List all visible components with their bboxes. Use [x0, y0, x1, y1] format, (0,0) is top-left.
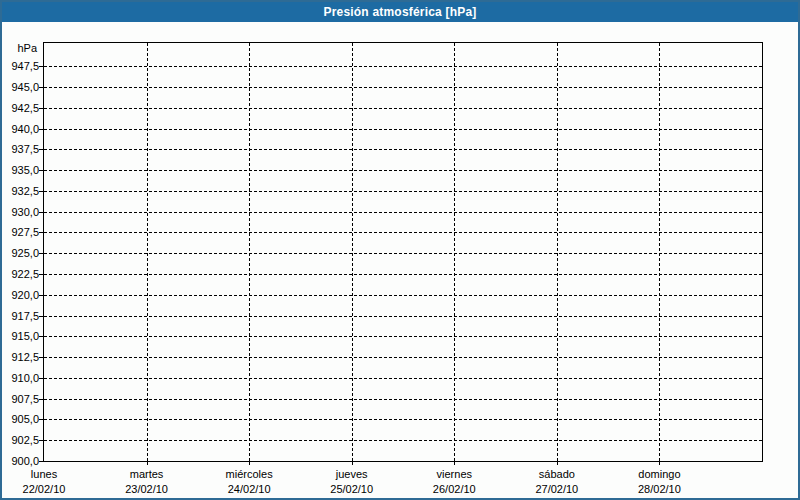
- y-axis-tick-label: 902,5: [2, 434, 39, 446]
- y-tick-mark: [39, 253, 43, 254]
- h-gridline: [44, 129, 762, 130]
- y-axis-tick-label: 947,5: [2, 60, 39, 72]
- h-gridline: [44, 316, 762, 317]
- y-axis-tick-label: 925,0: [2, 247, 39, 259]
- x-tick-mark: [147, 462, 148, 465]
- y-tick-mark: [39, 440, 43, 441]
- y-tick-mark: [39, 149, 43, 150]
- y-axis-tick-label: 930,0: [2, 206, 39, 218]
- h-gridline: [44, 419, 762, 420]
- x-axis-date: 22/02/10: [0, 482, 99, 497]
- chart-window: Presión atmosférica [hPa] hPa 947,5945,0…: [0, 0, 800, 500]
- x-axis-day-name: miércoles: [194, 467, 304, 482]
- x-axis-date: 28/02/10: [604, 482, 714, 497]
- h-gridline: [44, 336, 762, 337]
- x-axis-tick-label: domingo28/02/10: [604, 467, 714, 497]
- v-gridline: [249, 43, 250, 461]
- h-gridline: [44, 191, 762, 192]
- h-gridline: [44, 378, 762, 379]
- x-axis-tick-label: viernes26/02/10: [399, 467, 509, 497]
- y-axis-tick-label: 915,0: [2, 330, 39, 342]
- h-gridline: [44, 149, 762, 150]
- y-tick-mark: [39, 129, 43, 130]
- x-axis-date: 23/02/10: [92, 482, 202, 497]
- y-tick-mark: [39, 212, 43, 213]
- y-tick-mark: [39, 357, 43, 358]
- v-gridline: [147, 43, 148, 461]
- x-axis-day-name: viernes: [399, 467, 509, 482]
- y-axis-tick-label: 927,5: [2, 226, 39, 238]
- x-tick-mark: [249, 462, 250, 465]
- x-axis-day-name: jueves: [297, 467, 407, 482]
- y-tick-mark: [39, 66, 43, 67]
- y-tick-mark: [39, 170, 43, 171]
- h-gridline: [44, 295, 762, 296]
- x-axis-tick-label: jueves25/02/10: [297, 467, 407, 497]
- x-tick-mark: [454, 462, 455, 465]
- h-gridline: [44, 274, 762, 275]
- h-gridline: [44, 440, 762, 441]
- y-axis-tick-label: 905,0: [2, 413, 39, 425]
- x-axis-tick-label: lunes22/02/10: [0, 467, 99, 497]
- y-tick-mark: [39, 87, 43, 88]
- y-tick-mark: [39, 419, 43, 420]
- x-tick-mark: [557, 462, 558, 465]
- y-tick-mark: [39, 108, 43, 109]
- h-gridline: [44, 357, 762, 358]
- plot-area: [43, 42, 763, 462]
- x-axis-tick-label: martes23/02/10: [92, 467, 202, 497]
- v-gridline: [557, 43, 558, 461]
- y-tick-mark: [39, 378, 43, 379]
- y-axis-tick-label: 940,0: [2, 123, 39, 135]
- h-gridline: [44, 232, 762, 233]
- x-tick-mark: [659, 462, 660, 465]
- y-tick-mark: [39, 399, 43, 400]
- h-gridline: [44, 399, 762, 400]
- x-axis-day-name: sábado: [502, 467, 612, 482]
- x-axis-date: 27/02/10: [502, 482, 612, 497]
- y-tick-mark: [39, 274, 43, 275]
- y-axis-tick-label: 945,0: [2, 81, 39, 93]
- y-axis-tick-label: 937,5: [2, 143, 39, 155]
- x-axis-day-name: lunes: [0, 467, 99, 482]
- h-gridline: [44, 170, 762, 171]
- v-gridline: [454, 43, 455, 461]
- y-axis-tick-label: 935,0: [2, 164, 39, 176]
- y-axis-tick-label: 920,0: [2, 289, 39, 301]
- y-axis-tick-label: 900,0: [2, 455, 39, 467]
- v-gridline: [352, 43, 353, 461]
- y-tick-mark: [39, 316, 43, 317]
- y-tick-mark: [39, 336, 43, 337]
- y-axis-tick-label: 917,5: [2, 310, 39, 322]
- h-gridline: [44, 108, 762, 109]
- x-axis-date: 26/02/10: [399, 482, 509, 497]
- x-axis-date: 25/02/10: [297, 482, 407, 497]
- chart-title: Presión atmosférica [hPa]: [323, 5, 476, 19]
- y-axis-tick-label: 910,0: [2, 372, 39, 384]
- y-tick-mark: [39, 461, 43, 462]
- h-gridline: [44, 66, 762, 67]
- y-axis-tick-label: 907,5: [2, 393, 39, 405]
- y-tick-mark: [39, 295, 43, 296]
- x-axis-date: 24/02/10: [194, 482, 304, 497]
- title-bar: Presión atmosférica [hPa]: [2, 2, 798, 22]
- h-gridline: [44, 253, 762, 254]
- x-tick-mark: [352, 462, 353, 465]
- y-tick-mark: [39, 191, 43, 192]
- h-gridline: [44, 212, 762, 213]
- h-gridline: [44, 87, 762, 88]
- y-tick-mark: [39, 232, 43, 233]
- x-axis-day-name: domingo: [604, 467, 714, 482]
- y-axis-tick-label: 912,5: [2, 351, 39, 363]
- x-axis-day-name: martes: [92, 467, 202, 482]
- x-axis-tick-label: miércoles24/02/10: [194, 467, 304, 497]
- v-gridline: [659, 43, 660, 461]
- y-axis-unit-label: hPa: [2, 42, 37, 54]
- y-axis-tick-label: 932,5: [2, 185, 39, 197]
- y-axis-tick-label: 942,5: [2, 102, 39, 114]
- y-axis-tick-label: 922,5: [2, 268, 39, 280]
- x-axis-tick-label: sábado27/02/10: [502, 467, 612, 497]
